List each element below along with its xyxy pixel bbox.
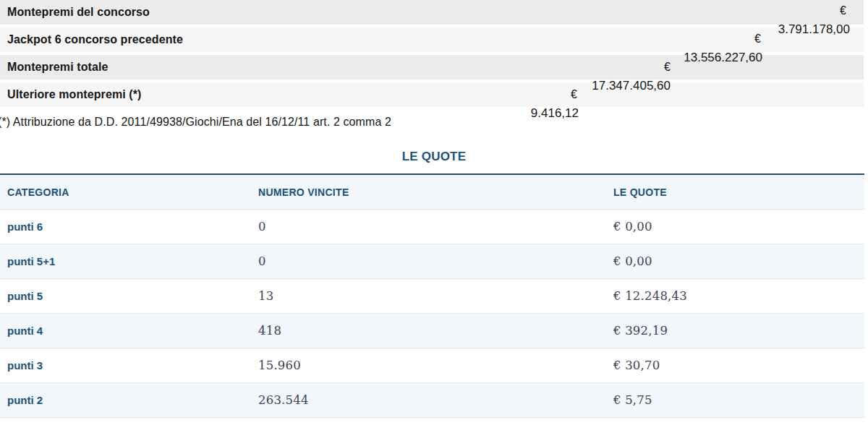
montepremi-row-ulteriore: Ulteriore montepremi (*) bbox=[0, 82, 864, 107]
quota-value: € 12.248,43 bbox=[613, 289, 864, 303]
ulteriore-montepremi-amount: 9.416,12 bbox=[531, 106, 579, 121]
footnote-text: (*) Attribuzione da D.D. 2011/49938/Gioc… bbox=[0, 116, 391, 129]
le-quote-title: LE QUOTE bbox=[0, 150, 868, 164]
table-row-punti-6: punti 6 0 € 0,00 bbox=[0, 210, 864, 244]
header-numero-vincite: NUMERO VINCITE bbox=[258, 186, 613, 198]
footnote-row: (*) Attribuzione da D.D. 2011/49938/Gioc… bbox=[0, 110, 864, 134]
table-header-row: CATEGORIA NUMERO VINCITE LE QUOTE bbox=[0, 175, 864, 210]
euro-symbol-totale: € bbox=[664, 61, 671, 74]
montepremi-totale-amount: 17.347.405,60 bbox=[592, 79, 671, 93]
numero-vincite-value: 13 bbox=[258, 289, 613, 303]
jackpot-precedente-amount: 13.556.227,60 bbox=[684, 51, 762, 65]
montepremi-row-concorso: Montepremi del concorso bbox=[0, 0, 864, 25]
quota-value: € 5,75 bbox=[613, 393, 864, 407]
montepremi-totale-label: Montepremi totale bbox=[7, 61, 109, 74]
header-categoria: CATEGORIA bbox=[7, 186, 258, 198]
le-quote-table: CATEGORIA NUMERO VINCITE LE QUOTE punti … bbox=[0, 173, 864, 418]
ulteriore-montepremi-label: Ulteriore montepremi (*) bbox=[7, 88, 142, 101]
categoria-label: punti 5+1 bbox=[7, 255, 258, 267]
euro-symbol-ulteriore: € bbox=[571, 88, 577, 101]
numero-vincite-value: 263.544 bbox=[258, 393, 613, 407]
montepremi-concorso-amount: 3.791.178,00 bbox=[778, 22, 850, 37]
superenalotto-results-page: Montepremi del concorso Jackpot 6 concor… bbox=[0, 0, 868, 425]
quota-value: € 392,19 bbox=[613, 324, 864, 338]
numero-vincite-value: 0 bbox=[258, 254, 613, 268]
quota-value: € 0,00 bbox=[613, 220, 864, 233]
numero-vincite-value: 418 bbox=[258, 324, 613, 338]
quota-value: € 30,70 bbox=[613, 359, 864, 372]
table-row-punti-4: punti 4 418 € 392,19 bbox=[0, 314, 864, 348]
categoria-label: punti 4 bbox=[7, 325, 258, 337]
table-row-punti-3: punti 3 15.960 € 30,70 bbox=[0, 348, 864, 383]
numero-vincite-value: 0 bbox=[258, 220, 613, 233]
table-row-punti-5plus1: punti 5+1 0 € 0,00 bbox=[0, 244, 864, 279]
categoria-label: punti 3 bbox=[7, 359, 258, 372]
numero-vincite-value: 15.960 bbox=[258, 359, 613, 372]
table-row-punti-5: punti 5 13 € 12.248,43 bbox=[0, 279, 864, 314]
table-row-punti-2: punti 2 263.544 € 5,75 bbox=[0, 383, 864, 418]
montepremi-concorso-label: Montepremi del concorso bbox=[7, 6, 150, 19]
categoria-label: punti 6 bbox=[7, 220, 258, 233]
categoria-label: punti 5 bbox=[7, 290, 258, 302]
montepremi-row-jackpot: Jackpot 6 concorso precedente bbox=[0, 27, 864, 52]
categoria-label: punti 2 bbox=[7, 394, 258, 406]
euro-symbol-concorso: € bbox=[840, 4, 846, 17]
euro-symbol-jackpot: € bbox=[754, 33, 761, 46]
montepremi-section: Montepremi del concorso Jackpot 6 concor… bbox=[0, 0, 868, 134]
jackpot-precedente-label: Jackpot 6 concorso precedente bbox=[7, 33, 183, 46]
header-le-quote: LE QUOTE bbox=[613, 186, 864, 198]
quota-value: € 0,00 bbox=[613, 254, 864, 268]
